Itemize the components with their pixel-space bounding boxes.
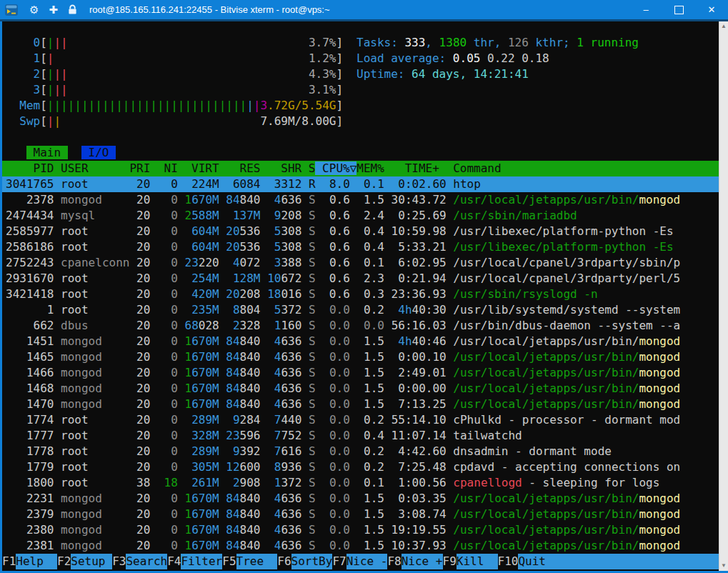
fnkey-f8[interactable]: F8 bbox=[387, 554, 401, 569]
fnkey-f7[interactable]: F7 bbox=[332, 554, 346, 569]
htop-terminal: 0[||| 3.7%] 1[| 1.2%] 2[||| 4.3%] 3[||| … bbox=[2, 21, 719, 571]
settings-gear-icon[interactable]: ⚙ bbox=[29, 1, 39, 19]
process-row-pid-1[interactable]: 1 root 20 0 235M 8804 5372 S 0.0 0.2 4h4… bbox=[2, 302, 719, 318]
process-row-pid-2381[interactable]: 2381 mongod 20 0 1670M 84840 4636 S 0.0 … bbox=[2, 538, 719, 554]
process-row-pid-1774[interactable]: 1774 root 20 0 289M 9284 7440 S 0.0 0.2 … bbox=[2, 412, 719, 428]
tasks-load-uptime-info: Tasks: 333, 1380 thr, 126 kthr; 1 runnin… bbox=[356, 35, 639, 82]
meter-mem: Mem[|||||||||||||||||||||||||||||||3.72G… bbox=[2, 98, 719, 114]
process-row-pid-1777[interactable]: 1777 root 20 0 328M 23596 7752 S 0.0 0.4… bbox=[2, 428, 719, 444]
process-row-pid-1778[interactable]: 1778 root 20 0 289M 9392 7616 S 0.0 0.2 … bbox=[2, 444, 719, 459]
process-row-pid-1779[interactable]: 1779 root 20 0 305M 12600 8936 S 0.0 0.2… bbox=[2, 459, 719, 475]
fnlabel-search[interactable]: Search bbox=[126, 554, 167, 569]
process-row-pid-1800[interactable]: 1800 root 38 18 261M 2908 1372 S 0.0 0.1… bbox=[2, 475, 719, 491]
load-average: Load average: 0.05 0.22 0.18 bbox=[356, 51, 639, 66]
fnkey-f3[interactable]: F3 bbox=[112, 554, 126, 569]
fnkey-f2[interactable]: F2 bbox=[57, 554, 71, 569]
function-key-bar: F1Help F2Setup F3SearchF4FilterF5Tree F6… bbox=[2, 554, 719, 569]
tab-main[interactable]: Main bbox=[26, 146, 68, 159]
new-terminal-plus-icon[interactable]: ✚ bbox=[49, 1, 58, 19]
process-row-pid-2379[interactable]: 2379 mongod 20 0 1670M 84840 4636 S 0.0 … bbox=[2, 507, 719, 522]
process-row-pid-2378[interactable]: 2378 mongod 20 0 1670M 84840 4636 S 0.6 … bbox=[2, 192, 719, 208]
fnlabel-sortby[interactable]: SortBy bbox=[291, 554, 333, 569]
scroll-down-arrow[interactable]: ▼ bbox=[721, 561, 727, 571]
maximize-icon bbox=[674, 6, 684, 14]
process-table: 3041765 root 20 0 224M 6084 3312 R 8.0 0… bbox=[2, 176, 719, 554]
process-row-pid-3421418[interactable]: 3421418 root 20 0 420M 20208 18016 S 0.6… bbox=[2, 286, 719, 302]
window-title: root@185.165.116.241:22455 - Bitvise xte… bbox=[89, 4, 629, 15]
process-row-pid-2231[interactable]: 2231 mongod 20 0 1670M 84840 4636 S 0.0 … bbox=[2, 491, 719, 507]
process-row-pid-1451[interactable]: 1451 mongod 20 0 1670M 84840 4636 S 0.0 … bbox=[2, 334, 719, 349]
process-row-pid-662[interactable]: 662 dbus 20 0 68028 2328 1160 S 0.0 0.0 … bbox=[2, 318, 719, 334]
fnlabel-help[interactable]: Help bbox=[16, 554, 57, 569]
screen-tabs: Main I/O bbox=[2, 145, 719, 161]
fnkey-f9[interactable]: F9 bbox=[443, 554, 457, 569]
fnkey-f1[interactable]: F1 bbox=[2, 554, 16, 569]
fnlabel-tree[interactable]: Tree bbox=[236, 554, 278, 569]
title-bar: ⚙ ✚ root@185.165.116.241:22455 - Bitvise… bbox=[0, 0, 728, 21]
scroll-up-arrow[interactable]: ▲ bbox=[721, 21, 727, 31]
fnlabel-filter[interactable]: Filter bbox=[181, 554, 222, 569]
fnkey-f6[interactable]: F6 bbox=[277, 554, 291, 569]
process-row-pid-2474434[interactable]: 2474434 mysql 20 0 2588M 137M 9208 S 0.6… bbox=[2, 208, 719, 224]
process-row-pid-3041765[interactable]: 3041765 root 20 0 224M 6084 3312 R 8.0 0… bbox=[2, 176, 719, 192]
process-row-pid-1465[interactable]: 1465 mongod 20 0 1670M 84840 4636 S 0.0 … bbox=[2, 349, 719, 365]
process-row-pid-2586186[interactable]: 2586186 root 20 0 604M 20536 5308 S 0.6 … bbox=[2, 239, 719, 255]
fnkey-f4[interactable]: F4 bbox=[167, 554, 181, 569]
process-table-header[interactable]: PID USER PRI NI VIRT RES SHR S CPU%▽MEM%… bbox=[2, 161, 719, 176]
uptime: Uptime: 64 days, 14:21:41 bbox=[356, 66, 639, 82]
maximize-button[interactable] bbox=[662, 0, 695, 19]
fnlabel-quit[interactable]: Quit bbox=[518, 554, 559, 569]
htop-header-meters: 0[||| 3.7%] 1[| 1.2%] 2[||| 4.3%] 3[||| … bbox=[2, 35, 719, 129]
fnlabel-kill[interactable]: Kill bbox=[457, 554, 498, 569]
sort-column-cpu[interactable]: CPU%▽ bbox=[315, 161, 356, 175]
meter-3: 3[||| 3.1%] bbox=[2, 82, 719, 98]
process-row-pid-1466[interactable]: 1466 mongod 20 0 1670M 84840 4636 S 0.0 … bbox=[2, 365, 719, 381]
process-row-pid-2380[interactable]: 2380 mongod 20 0 1670M 84840 4636 S 0.0 … bbox=[2, 522, 719, 538]
fnlabel-nice-[interactable]: Nice + bbox=[402, 554, 443, 569]
process-row-pid-2931670[interactable]: 2931670 root 20 0 254M 128M 10672 S 0.6 … bbox=[2, 271, 719, 286]
fnbar-filler bbox=[559, 554, 719, 569]
blank-line bbox=[2, 129, 719, 145]
fnkey-f5[interactable]: F5 bbox=[222, 554, 236, 569]
terminal-scrollbar[interactable]: ▲ ▼ bbox=[719, 21, 728, 571]
fnlabel-setup[interactable]: Setup bbox=[71, 554, 112, 569]
tab-i-o[interactable]: I/O bbox=[81, 146, 116, 159]
tasks-summary: Tasks: 333, 1380 thr, 126 kthr; 1 runnin… bbox=[356, 35, 639, 51]
meter-swp: Swp[|| 7.69M/8.00G] bbox=[2, 114, 719, 129]
bitvise-xterm-window: ⚙ ✚ root@185.165.116.241:22455 - Bitvise… bbox=[0, 0, 728, 573]
minimize-button[interactable]: – bbox=[629, 0, 662, 19]
close-button[interactable]: ✕ bbox=[695, 0, 728, 19]
lock-icon[interactable] bbox=[68, 4, 77, 15]
process-row-pid-1468[interactable]: 1468 mongod 20 0 1670M 84840 4636 S 0.0 … bbox=[2, 381, 719, 397]
fnlabel-nice-[interactable]: Nice - bbox=[346, 554, 388, 569]
process-row-pid-1470[interactable]: 1470 mongod 20 0 1670M 84840 4636 S 0.0 … bbox=[2, 397, 719, 412]
app-icon[interactable] bbox=[4, 3, 19, 17]
process-row-pid-2752243[interactable]: 2752243 cpanelconn 20 0 23220 4072 3388 … bbox=[2, 255, 719, 271]
fnkey-f10[interactable]: F10 bbox=[498, 554, 519, 569]
process-row-pid-2585977[interactable]: 2585977 root 20 0 604M 20536 5308 S 0.6 … bbox=[2, 224, 719, 239]
